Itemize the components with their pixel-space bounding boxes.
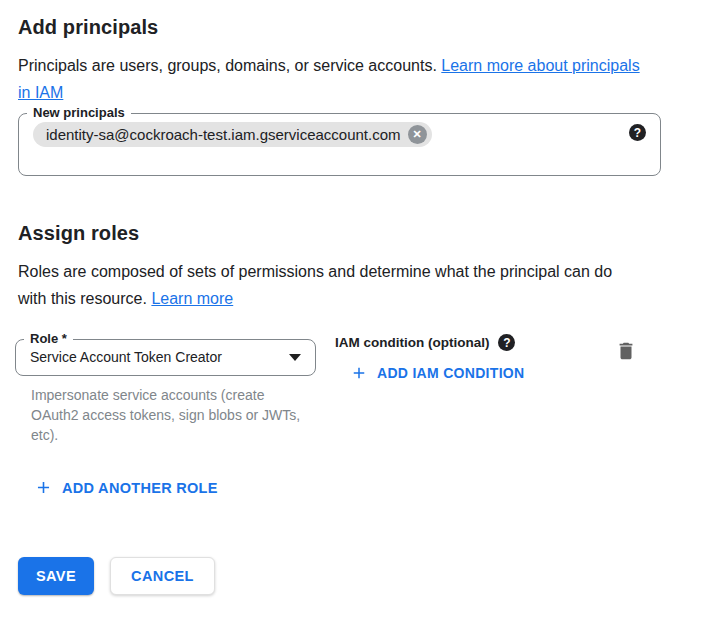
chip-remove-button[interactable]: ✕ — [408, 125, 427, 144]
help-icon[interactable]: ? — [629, 124, 646, 141]
iam-condition-header: IAM condition (optional) ? — [335, 334, 524, 351]
role-helper-text: Impersonate service accounts (create OAu… — [31, 385, 311, 445]
roles-description: Roles are composed of sets of permission… — [18, 258, 642, 312]
roles-description-text: Roles are composed of sets of permission… — [18, 263, 612, 307]
principal-chip: identity-sa@cockroach-test.iam.gservicea… — [33, 122, 432, 147]
plus-icon — [34, 478, 53, 497]
new-principals-field[interactable]: New principals identity-sa@cockroach-tes… — [18, 106, 661, 176]
iam-condition-label: IAM condition (optional) — [335, 335, 489, 350]
add-iam-condition-button[interactable]: ADD IAM CONDITION — [350, 364, 524, 382]
new-principals-label: New principals — [27, 106, 131, 120]
dialog-actions: SAVE CANCEL — [18, 557, 695, 595]
page-title: Add principals — [18, 16, 695, 39]
trash-icon — [615, 340, 637, 362]
role-column: Role * Service Account Token Creator Imp… — [15, 332, 316, 445]
assign-roles-title: Assign roles — [18, 222, 695, 245]
role-label: Role * — [24, 332, 73, 346]
principals-description: Principals are users, groups, domains, o… — [18, 52, 642, 106]
role-select-value-area[interactable]: Service Account Token Creator — [16, 346, 315, 375]
add-another-role-button[interactable]: ADD ANOTHER ROLE — [34, 478, 218, 497]
role-select[interactable]: Role * Service Account Token Creator — [15, 332, 316, 376]
plus-icon — [350, 364, 368, 382]
learn-more-roles-link[interactable]: Learn more — [151, 290, 233, 307]
help-icon[interactable]: ? — [498, 334, 515, 351]
role-binding-row: Role * Service Account Token Creator Imp… — [18, 332, 695, 445]
dropdown-arrow-icon — [289, 354, 301, 361]
close-icon: ✕ — [412, 129, 421, 140]
role-selected-value: Service Account Token Creator — [30, 348, 222, 366]
save-button[interactable]: SAVE — [18, 557, 94, 595]
add-principals-panel: Add principals Principals are users, gro… — [0, 0, 713, 595]
delete-role-button[interactable] — [615, 340, 637, 362]
iam-condition-column: IAM condition (optional) ? ADD IAM CONDI… — [335, 332, 524, 386]
cancel-button[interactable]: CANCEL — [110, 557, 215, 595]
principal-chip-value: identity-sa@cockroach-test.iam.gservicea… — [46, 125, 401, 144]
new-principals-input-area[interactable]: identity-sa@cockroach-test.iam.gservicea… — [19, 120, 660, 175]
principals-description-text: Principals are users, groups, domains, o… — [18, 57, 437, 74]
